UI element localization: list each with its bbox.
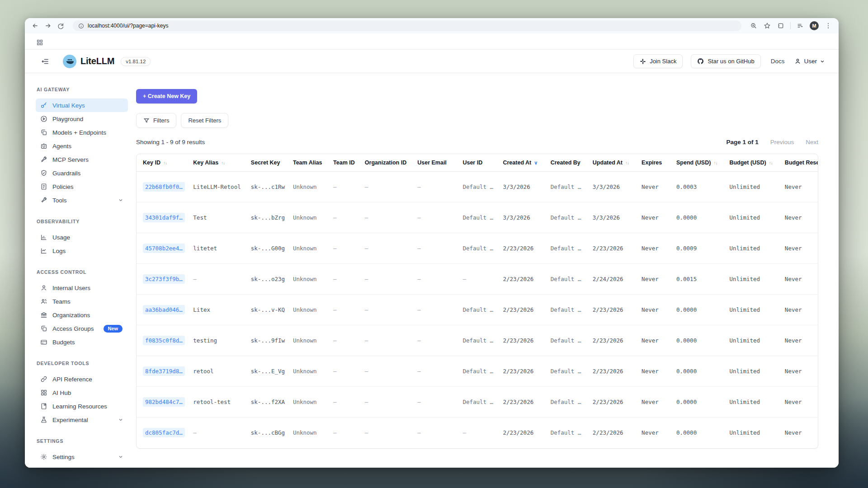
- cell-team-id: –: [327, 418, 359, 448]
- sidebar-item-mcp-servers[interactable]: MCP Servers: [36, 153, 128, 166]
- key-id-link[interactable]: 22b68fb0f0…: [143, 182, 185, 192]
- cell-secret-key: sk-...c1Rw: [245, 172, 287, 202]
- sidebar-item-guardrails[interactable]: Guardrails: [36, 166, 128, 180]
- cell-created-at: 2/23/2026: [496, 295, 544, 325]
- sidebar-item-teams[interactable]: Teams: [36, 295, 128, 308]
- star-icon[interactable]: [763, 22, 771, 30]
- sidebar-item-policies[interactable]: Policies: [36, 180, 128, 193]
- sort-updown-icon[interactable]: ↑↓: [163, 160, 167, 165]
- sidebar-item-usage[interactable]: Usage: [36, 230, 128, 244]
- url-bar[interactable]: localhost:4000/ui/?page=api-keys: [73, 20, 741, 31]
- toolbar-separator: [790, 22, 791, 29]
- sidebar-item-logs[interactable]: Logs: [36, 244, 128, 258]
- column-label: Team ID: [333, 160, 355, 166]
- sidebar-item-models-endpoints[interactable]: Models + Endpoints: [36, 126, 128, 139]
- whale-logo-icon: [63, 55, 76, 68]
- zoom-icon[interactable]: [750, 22, 758, 30]
- usage-chart-icon: [40, 234, 47, 241]
- sidebar-item-organizations[interactable]: Organizations: [36, 308, 128, 322]
- sidebar-item-settings[interactable]: Settings: [36, 450, 128, 464]
- info-icon[interactable]: [78, 23, 84, 29]
- create-new-key-button[interactable]: + Create New Key: [136, 89, 197, 103]
- column-header-key-id[interactable]: Key ID↑↓: [137, 154, 187, 172]
- header-actions: Join Slack Star us on GitHub Docs User: [633, 54, 825, 68]
- star-github-button[interactable]: Star us on GitHub: [691, 54, 760, 68]
- collapse-sidebar-icon[interactable]: [41, 57, 49, 66]
- back-icon[interactable]: [31, 22, 39, 30]
- new-badge: New: [104, 325, 123, 333]
- cell-created-at: 2/23/2026: [496, 264, 544, 295]
- sidebar-item-label: Virtual Keys: [52, 102, 85, 109]
- apps-grid-icon[interactable]: [36, 38, 44, 47]
- sidebar-item-budgets[interactable]: Budgets: [36, 335, 128, 349]
- sort-updown-icon[interactable]: ↑↓: [221, 160, 225, 165]
- key-id-link[interactable]: dc805fac7d…: [143, 428, 185, 437]
- next-page-button[interactable]: Next: [806, 139, 818, 145]
- previous-page-button[interactable]: Previous: [770, 139, 794, 145]
- sidebar-item-ai-hub[interactable]: AI Hub: [36, 386, 128, 399]
- cell-user-id: Default …: [456, 202, 496, 233]
- kebab-menu-icon[interactable]: [824, 22, 832, 30]
- filters-button[interactable]: Filters: [136, 113, 176, 128]
- sidebar-section: OBSERVABILITYUsageLogs: [36, 219, 128, 258]
- cell-spend-usd-: 0.0000: [670, 418, 723, 448]
- sidebar-item-learning-resources[interactable]: Learning Resources: [36, 399, 128, 413]
- media-controls-icon[interactable]: [796, 22, 804, 30]
- sidebar-item-experimental[interactable]: Experimental: [36, 413, 128, 427]
- sort-updown-icon[interactable]: ↑↓: [769, 160, 773, 165]
- cell-created-at: 3/3/2026: [496, 172, 544, 202]
- column-header-key-alias[interactable]: Key Alias↑↓: [187, 154, 245, 172]
- toolbar-actions: M: [750, 21, 832, 30]
- cell-spend-usd-: 0.0000: [670, 202, 723, 233]
- sidebar-item-label: Tools: [52, 197, 67, 204]
- column-header-user-id: User ID: [456, 154, 496, 172]
- sort-desc-icon[interactable]: ∨: [534, 160, 538, 165]
- cell-budget-reset: Never: [778, 295, 818, 325]
- sidebar-item-label: AI Hub: [52, 389, 71, 396]
- key-id-link[interactable]: 45708b2ee4…: [143, 244, 185, 253]
- sort-updown-icon[interactable]: ↑↓: [713, 160, 717, 165]
- reload-icon[interactable]: [57, 22, 65, 30]
- table-header-row: Key ID↑↓Key Alias↑↓Secret KeyTeam AliasT…: [137, 154, 818, 172]
- sidebar-item-internal-users[interactable]: Internal Users: [36, 281, 128, 295]
- cell-key-id: aa36bad046…: [137, 295, 187, 325]
- profile-avatar[interactable]: M: [810, 21, 819, 30]
- key-id-link[interactable]: 982bd484c7…: [143, 397, 185, 407]
- cell-team-id: –: [327, 233, 359, 264]
- cell-secret-key: sk-...f2XA: [245, 387, 287, 418]
- key-id-link[interactable]: aa36bad046…: [143, 305, 185, 314]
- reset-filters-button[interactable]: Reset Filters: [181, 113, 228, 128]
- column-header-created-at[interactable]: Created At∨: [496, 154, 544, 172]
- cell-secret-key: sk-...9fIw: [245, 325, 287, 356]
- sidebar-item-tools[interactable]: Tools: [36, 193, 128, 207]
- cell-team-id: –: [327, 295, 359, 325]
- cell-user-id: –: [456, 418, 496, 448]
- brand[interactable]: LiteLLM: [63, 55, 114, 68]
- sidebar-item-playground[interactable]: Playground: [36, 112, 128, 126]
- key-id-link[interactable]: 8fde3719d8…: [143, 366, 185, 376]
- user-icon: [40, 284, 47, 291]
- sidebar-item-virtual-keys[interactable]: Virtual Keys: [36, 99, 128, 112]
- column-header-budget-usd-[interactable]: Budget (USD)↑↓: [723, 154, 778, 172]
- docs-link[interactable]: Docs: [769, 58, 787, 65]
- sidebar-item-label: Teams: [52, 298, 71, 305]
- sort-updown-icon[interactable]: ↑↓: [625, 160, 629, 165]
- user-menu[interactable]: User: [794, 58, 825, 65]
- extensions-icon[interactable]: [777, 22, 785, 30]
- cell-spend-usd-: 0.0009: [670, 233, 723, 264]
- cell-updated-at: 2/23/2026: [586, 387, 635, 418]
- cell-key-alias: Litex: [187, 295, 245, 325]
- forward-icon[interactable]: [44, 22, 52, 30]
- sidebar-item-agents[interactable]: Agents: [36, 139, 128, 153]
- cell-budget-reset: Never: [778, 172, 818, 202]
- column-header-spend-usd-[interactable]: Spend (USD)↑↓: [670, 154, 723, 172]
- sidebar-item-access-groups[interactable]: Access GroupsNew: [36, 322, 128, 335]
- key-id-link[interactable]: 34301daf9f…: [143, 213, 185, 222]
- cell-key-alias: Test: [187, 202, 245, 233]
- key-id-link[interactable]: 3c273f3f9b…: [143, 274, 185, 284]
- app-header: LiteLLM v1.81.12 Join Slack Star us on G…: [25, 50, 839, 73]
- join-slack-button[interactable]: Join Slack: [633, 54, 683, 68]
- column-header-updated-at[interactable]: Updated At↑↓: [586, 154, 635, 172]
- sidebar-item-api-reference[interactable]: API Reference: [36, 372, 128, 386]
- key-id-link[interactable]: f0835c0f8d…: [143, 336, 185, 345]
